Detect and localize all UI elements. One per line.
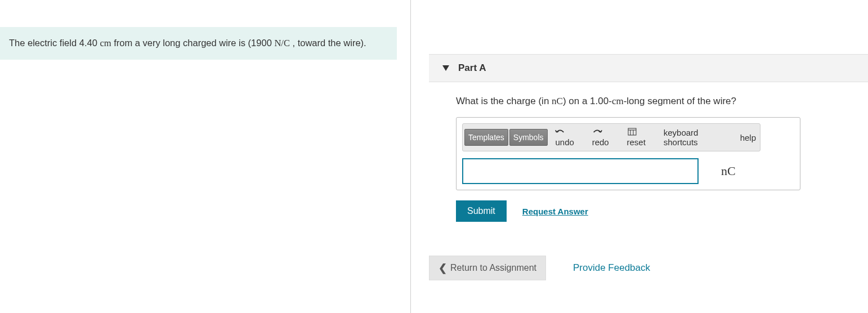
problem-text-2: from a very long charged wire is (1900	[111, 38, 275, 48]
unit-n-per-c: N/C	[274, 38, 290, 48]
svg-rect-0	[628, 128, 636, 135]
request-answer-link[interactable]: Request Answer	[522, 207, 588, 216]
help-button[interactable]: help	[738, 131, 758, 145]
equation-toolbar: Templates Symbols undo redo reset	[462, 123, 760, 151]
provide-feedback-link[interactable]: Provide Feedback	[573, 262, 650, 274]
unit-cm: cm	[100, 38, 111, 48]
redo-icon	[592, 128, 602, 136]
reset-button[interactable]: reset	[625, 126, 660, 149]
return-to-assignment-button[interactable]: ❮ Return to Assignment	[429, 256, 546, 280]
answer-input[interactable]	[462, 158, 699, 184]
reset-icon	[627, 128, 637, 136]
symbols-button[interactable]: Symbols	[509, 129, 548, 146]
part-a-header[interactable]: Part A	[429, 54, 868, 82]
chevron-left-icon: ❮	[439, 262, 447, 274]
undo-icon	[555, 128, 565, 136]
keyboard-shortcuts-button[interactable]: keyboard shortcuts	[661, 126, 737, 149]
part-a-title: Part A	[458, 62, 486, 74]
answer-unit: nC	[721, 164, 736, 178]
templates-button[interactable]: Templates	[464, 129, 508, 146]
problem-text-3: , toward the wire).	[290, 38, 366, 48]
problem-text-1: The electric field 4.40	[9, 38, 100, 48]
question-text: What is the charge (in nC) on a 1.00-cm-…	[456, 96, 854, 107]
submit-button[interactable]: Submit	[456, 200, 507, 222]
collapse-icon	[442, 65, 449, 71]
answer-box: Templates Symbols undo redo reset	[456, 117, 800, 190]
redo-button[interactable]: redo	[590, 126, 624, 149]
problem-statement: The electric field 4.40 cm from a very l…	[0, 27, 397, 60]
undo-button[interactable]: undo	[553, 126, 588, 149]
